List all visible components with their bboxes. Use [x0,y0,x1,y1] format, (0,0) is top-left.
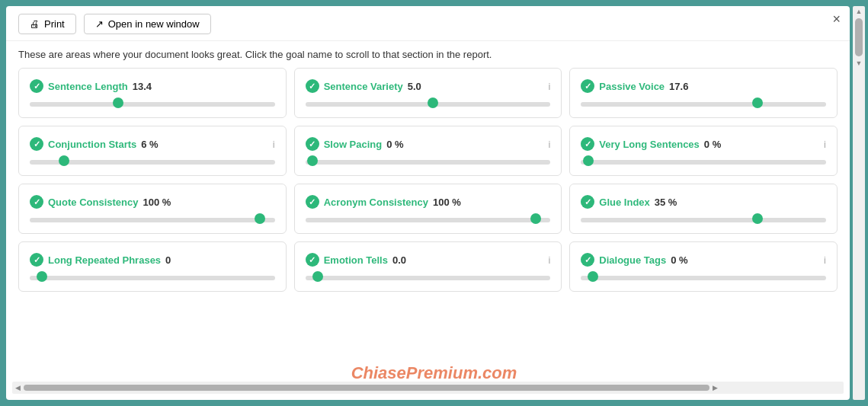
scroll-thumb-vertical[interactable] [855,18,863,56]
slider-thumb-long-repeated-phrases[interactable] [37,271,47,282]
card-label-quote-consistency[interactable]: Quote Consistency [48,197,138,208]
slider-thumb-dialogue-tags[interactable] [588,271,598,282]
slider-sentence-length[interactable] [30,101,275,108]
card-title-conjunction-starts: Conjunction Starts 6 % i [30,137,275,151]
slider-dialogue-tags[interactable] [581,274,826,282]
card-title-left-sentence-variety: Sentence Variety 5.0 [306,79,421,93]
scroll-right-arrow[interactable]: ▶ [713,384,718,392]
card-title-left-acronym-consistency: Acronym Consistency 100 % [306,195,461,209]
card-value-long-repeated-phrases: 0 [165,254,171,266]
print-icon: 🖨 [30,18,40,30]
vertical-scrollbar[interactable]: ▲ ▼ [853,6,865,400]
slider-quote-consistency[interactable] [30,216,275,224]
check-icon-acronym-consistency [306,195,319,209]
modal-panel: 🖨 Print ↗ Open in new window × These are… [6,6,850,400]
info-icon-dialogue-tags[interactable]: i [824,254,826,266]
card-slow-pacing: Slow Pacing 0 % i [294,126,562,176]
card-label-sentence-length[interactable]: Sentence Length [48,81,128,92]
scroll-left-arrow[interactable]: ◀ [15,384,21,392]
slider-passive-voice[interactable] [581,101,826,108]
card-label-slow-pacing[interactable]: Slow Pacing [324,139,383,150]
slider-thumb-glue-index[interactable] [752,213,763,224]
info-icon-very-long-sentences[interactable]: i [824,139,826,150]
slider-track-glue-index [581,218,826,222]
card-title-slow-pacing: Slow Pacing 0 % i [306,137,551,151]
card-glue-index: Glue Index 35 % [569,184,838,234]
slider-thumb-quote-consistency[interactable] [255,213,265,224]
card-label-emotion-tells[interactable]: Emotion Tells [324,254,388,266]
info-icon-emotion-tells[interactable]: i [548,254,550,266]
card-value-glue-index: 35 % [655,197,677,208]
card-dialogue-tags: Dialogue Tags 0 % i [569,241,838,292]
card-conjunction-starts: Conjunction Starts 6 % i [18,126,287,176]
card-long-repeated-phrases: Long Repeated Phrases 0 [18,241,287,292]
card-title-long-repeated-phrases: Long Repeated Phrases 0 [30,253,275,267]
check-icon-long-repeated-phrases [30,253,43,267]
scroll-down-arrow[interactable]: ▼ [856,59,863,67]
slider-glue-index[interactable] [581,216,826,224]
slider-track-sentence-length [30,102,275,107]
slider-thumb-passive-voice[interactable] [752,98,763,108]
scroll-up-arrow[interactable]: ▲ [856,8,863,15]
card-emotion-tells: Emotion Tells 0.0 i [294,241,562,292]
slider-thumb-slow-pacing[interactable] [307,155,318,166]
slider-track-very-long-sentences [581,160,826,165]
card-very-long-sentences: Very Long Sentences 0 % i [569,126,838,176]
card-title-left-sentence-length: Sentence Length 13.4 [30,79,152,93]
slider-thumb-conjunction-starts[interactable] [59,155,69,166]
slider-very-long-sentences[interactable] [581,158,826,166]
card-sentence-length: Sentence Length 13.4 [18,68,287,118]
info-icon-sentence-variety[interactable]: i [548,81,550,92]
check-icon-sentence-length [30,79,43,93]
slider-thumb-very-long-sentences[interactable] [583,155,594,166]
app-wrapper: 🖨 Print ↗ Open in new window × These are… [0,0,868,406]
info-icon-conjunction-starts[interactable]: i [273,139,275,150]
watermark: ChiasePremium.com [351,363,517,382]
slider-sentence-variety[interactable] [306,101,551,108]
cards-grid: Sentence Length 13.4 Sentence Variety 5.… [18,68,838,292]
card-title-left-conjunction-starts: Conjunction Starts 6 % [30,137,159,151]
slider-thumb-acronym-consistency[interactable] [530,213,541,224]
slider-long-repeated-phrases[interactable] [30,274,275,282]
slider-emotion-tells[interactable] [306,274,551,282]
slider-track-long-repeated-phrases [30,276,275,280]
card-title-left-quote-consistency: Quote Consistency 100 % [30,195,171,209]
slider-slow-pacing[interactable] [306,158,551,166]
card-label-long-repeated-phrases[interactable]: Long Repeated Phrases [48,254,161,266]
check-icon-quote-consistency [30,195,43,209]
card-quote-consistency: Quote Consistency 100 % [18,184,287,234]
slider-thumb-emotion-tells[interactable] [312,271,323,282]
card-label-dialogue-tags[interactable]: Dialogue Tags [599,254,666,266]
slider-track-dialogue-tags [581,276,826,280]
card-label-passive-voice[interactable]: Passive Voice [599,81,665,92]
open-new-window-button[interactable]: ↗ Open in new window [84,14,211,34]
close-button[interactable]: × [832,12,841,26]
info-icon-slow-pacing[interactable]: i [548,139,550,150]
card-label-acronym-consistency[interactable]: Acronym Consistency [324,197,428,208]
check-icon-emotion-tells [306,253,319,267]
card-acronym-consistency: Acronym Consistency 100 % [294,184,562,234]
print-button[interactable]: 🖨 Print [18,14,76,34]
slider-conjunction-starts[interactable] [30,158,275,166]
card-title-dialogue-tags: Dialogue Tags 0 % i [581,253,826,267]
card-label-glue-index[interactable]: Glue Index [599,197,649,208]
slider-thumb-sentence-length[interactable] [113,98,123,108]
card-value-quote-consistency: 100 % [143,197,171,208]
scroll-thumb-horizontal[interactable] [24,385,709,391]
card-label-very-long-sentences[interactable]: Very Long Sentences [599,139,700,150]
card-value-sentence-variety: 5.0 [408,81,421,92]
card-value-passive-voice: 17.6 [669,81,688,92]
card-title-passive-voice: Passive Voice 17.6 [581,79,826,93]
horizontal-scrollbar[interactable]: ◀ ▶ [12,382,844,394]
card-title-left-slow-pacing: Slow Pacing 0 % [306,137,404,151]
slider-thumb-sentence-variety[interactable] [428,98,438,108]
card-passive-voice: Passive Voice 17.6 [569,68,838,118]
card-title-quote-consistency: Quote Consistency 100 % [30,195,275,209]
card-label-sentence-variety[interactable]: Sentence Variety [324,81,403,92]
slider-acronym-consistency[interactable] [306,216,551,224]
card-sentence-variety: Sentence Variety 5.0 i [294,68,562,118]
card-label-conjunction-starts[interactable]: Conjunction Starts [48,139,136,150]
check-icon-dialogue-tags [581,253,594,267]
card-title-left-long-repeated-phrases: Long Repeated Phrases 0 [30,253,171,267]
card-value-conjunction-starts: 6 % [141,139,158,150]
